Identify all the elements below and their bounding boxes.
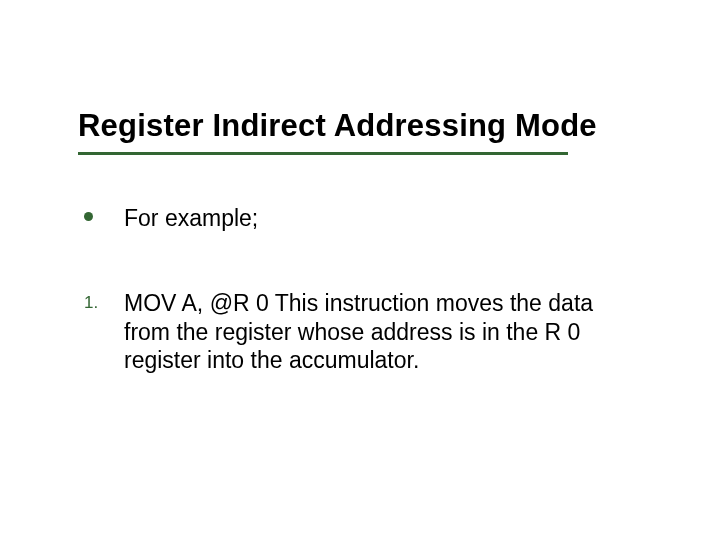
- bullet-marker: [84, 204, 124, 221]
- number-marker: 1.: [84, 289, 124, 313]
- bullet-item: For example;: [84, 204, 624, 233]
- numbered-text: MOV A, @R 0 This instruction moves the d…: [124, 289, 624, 375]
- slide-body: For example; 1. MOV A, @R 0 This instruc…: [84, 204, 624, 431]
- circle-bullet-icon: [84, 212, 93, 221]
- title-underline: [78, 152, 568, 155]
- numbered-item: 1. MOV A, @R 0 This instruction moves th…: [84, 289, 624, 375]
- bullet-text: For example;: [124, 204, 624, 233]
- slide: Register Indirect Addressing Mode For ex…: [0, 0, 720, 540]
- slide-title: Register Indirect Addressing Mode: [78, 108, 597, 144]
